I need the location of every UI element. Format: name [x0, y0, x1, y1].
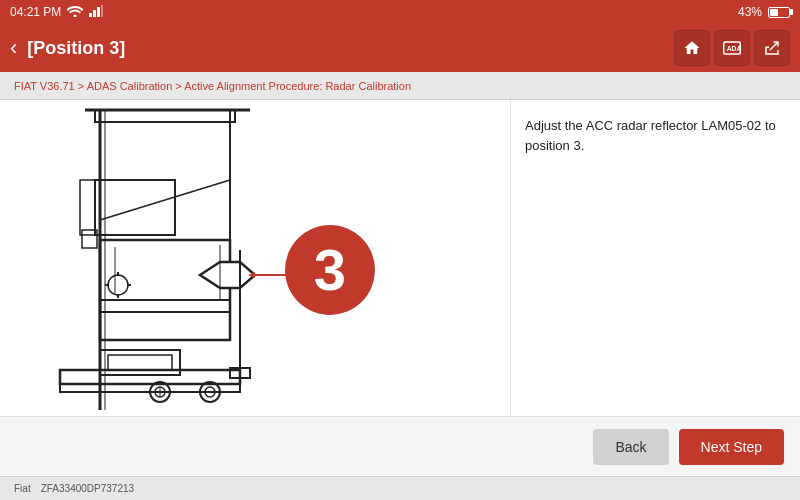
battery-icon: [768, 7, 790, 18]
status-bar-left: 04:21 PM: [10, 5, 103, 20]
breadcrumb-text: FIAT V36.71 > ADAS Calibration > Active …: [14, 80, 411, 92]
diagram-svg: 3: [0, 100, 510, 416]
svg-rect-1: [93, 10, 96, 17]
export-button[interactable]: [754, 30, 790, 66]
status-bar: 04:21 PM 43%: [0, 0, 800, 24]
back-arrow-button[interactable]: ‹: [10, 35, 17, 61]
adas-button[interactable]: ADAS: [714, 30, 750, 66]
text-area: Adjust the ACC radar reflector LAM05-02 …: [510, 100, 800, 416]
home-button[interactable]: [674, 30, 710, 66]
main-content: 3 Adjust the ACC radar reflector LAM05-0…: [0, 100, 800, 416]
next-step-button[interactable]: Next Step: [679, 429, 784, 465]
back-arrow-icon: ‹: [10, 35, 17, 61]
svg-rect-0: [89, 13, 92, 17]
footer: Fiat ZFA33400DP737213: [0, 476, 800, 500]
svg-rect-2: [97, 7, 100, 17]
header: ‹ [Position 3] ADAS: [0, 24, 800, 72]
footer-brand: Fiat: [14, 483, 31, 494]
signal-icon: [89, 5, 103, 20]
wifi-icon: [67, 5, 83, 20]
time-display: 04:21 PM: [10, 5, 61, 19]
diagram-area: 3: [0, 100, 510, 416]
svg-rect-3: [101, 5, 103, 17]
breadcrumb: FIAT V36.71 > ADAS Calibration > Active …: [0, 72, 800, 100]
svg-rect-6: [0, 100, 510, 416]
header-title: [Position 3]: [27, 38, 664, 59]
bottom-bar: Back Next Step: [0, 416, 800, 476]
svg-text:ADAS: ADAS: [727, 45, 741, 52]
header-icons: ADAS: [674, 30, 790, 66]
svg-text:3: 3: [314, 237, 346, 302]
status-bar-right: 43%: [738, 5, 790, 19]
battery-pct: 43%: [738, 5, 762, 19]
instruction-text: Adjust the ACC radar reflector LAM05-02 …: [525, 116, 786, 155]
back-button[interactable]: Back: [593, 429, 668, 465]
footer-vin: ZFA33400DP737213: [41, 483, 134, 494]
